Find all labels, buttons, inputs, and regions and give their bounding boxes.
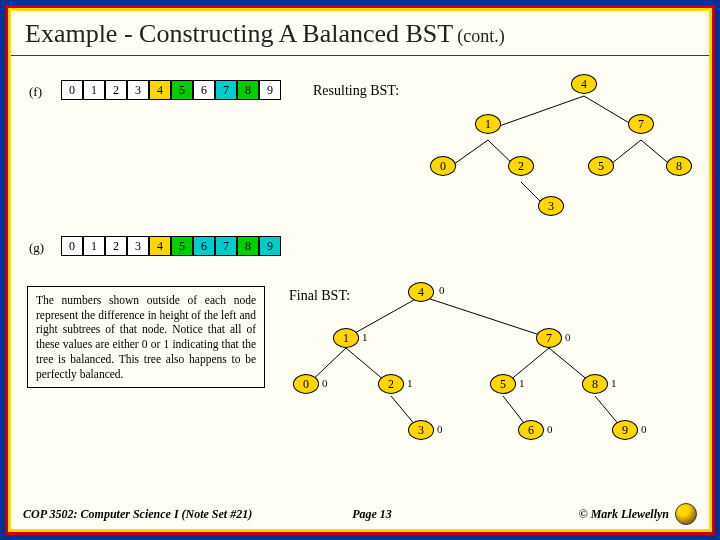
- node-g-0: 0: [293, 374, 319, 394]
- node-g-5: 5: [490, 374, 516, 394]
- node-f-1: 1: [475, 114, 501, 134]
- node-g-1: 1: [333, 328, 359, 348]
- slide-content: Example - Constructing A Balanced BST (c…: [11, 11, 709, 529]
- resulting-label: Resulting BST:: [313, 83, 399, 99]
- bf-g-4: 0: [439, 284, 445, 296]
- bf-g-8: 1: [611, 377, 617, 389]
- node-f-7: 7: [628, 114, 654, 134]
- node-g-6: 6: [518, 420, 544, 440]
- array-f: 0 1 2 3 4 5 6 7 8 9: [61, 80, 281, 100]
- bf-g-0: 0: [322, 377, 328, 389]
- bf-g-1: 1: [362, 331, 368, 343]
- title-bar: Example - Constructing A Balanced BST (c…: [11, 11, 709, 56]
- node-g-9: 9: [612, 420, 638, 440]
- ucf-logo-icon: [675, 503, 697, 525]
- svg-line-8: [421, 296, 549, 338]
- node-f-4: 4: [571, 74, 597, 94]
- cell: 7: [215, 80, 237, 100]
- slide-title: Example - Constructing A Balanced BST: [25, 19, 453, 48]
- bf-g-5: 1: [519, 377, 525, 389]
- cell: 9: [259, 236, 281, 256]
- bf-g-3: 0: [437, 423, 443, 435]
- row-label-g: (g): [29, 240, 44, 256]
- svg-line-0: [488, 96, 584, 130]
- frame-inner: Example - Constructing A Balanced BST (c…: [8, 8, 712, 532]
- footer-copyright: © Mark Llewellyn: [579, 507, 669, 522]
- cell: 5: [171, 80, 193, 100]
- bf-g-2: 1: [407, 377, 413, 389]
- node-f-0: 0: [430, 156, 456, 176]
- cell: 2: [105, 236, 127, 256]
- frame-outer: Example - Constructing A Balanced BST (c…: [0, 0, 720, 540]
- cell: 1: [83, 80, 105, 100]
- description-box: The numbers shown outside of each node r…: [27, 286, 265, 388]
- node-f-5: 5: [588, 156, 614, 176]
- frame-mid: Example - Constructing A Balanced BST (c…: [5, 5, 715, 535]
- row-label-f: (f): [29, 84, 42, 100]
- cell: 8: [237, 80, 259, 100]
- cell: 8: [237, 236, 259, 256]
- footer-mid: Page 13: [288, 507, 457, 522]
- bf-g-7: 0: [565, 331, 571, 343]
- cell: 4: [149, 80, 171, 100]
- cell: 0: [61, 80, 83, 100]
- bf-g-6: 0: [547, 423, 553, 435]
- cell: 2: [105, 80, 127, 100]
- cell: 0: [61, 236, 83, 256]
- cell: 7: [215, 236, 237, 256]
- cell: 9: [259, 80, 281, 100]
- svg-line-7: [346, 296, 421, 338]
- cell: 4: [149, 236, 171, 256]
- cell: 3: [127, 80, 149, 100]
- node-f-8: 8: [666, 156, 692, 176]
- footer-right: © Mark Llewellyn: [456, 503, 697, 525]
- node-f-2: 2: [508, 156, 534, 176]
- footer-left: COP 3502: Computer Science I (Note Set #…: [23, 507, 288, 522]
- cell: 1: [83, 236, 105, 256]
- cell: 3: [127, 236, 149, 256]
- cell: 5: [171, 236, 193, 256]
- node-g-4: 4: [408, 282, 434, 302]
- cell: 6: [193, 80, 215, 100]
- footer: COP 3502: Computer Science I (Note Set #…: [11, 499, 709, 529]
- node-g-3: 3: [408, 420, 434, 440]
- array-g: 0 1 2 3 4 5 6 7 8 9: [61, 236, 281, 256]
- main-area: (f) 0 1 2 3 4 5 6 7 8 9 Resulting BST: 4…: [11, 56, 709, 494]
- cell: 6: [193, 236, 215, 256]
- node-f-3: 3: [538, 196, 564, 216]
- node-g-8: 8: [582, 374, 608, 394]
- node-g-2: 2: [378, 374, 404, 394]
- bf-g-9: 0: [641, 423, 647, 435]
- final-label: Final BST:: [289, 288, 350, 304]
- slide-title-cont: (cont.): [457, 26, 504, 46]
- node-g-7: 7: [536, 328, 562, 348]
